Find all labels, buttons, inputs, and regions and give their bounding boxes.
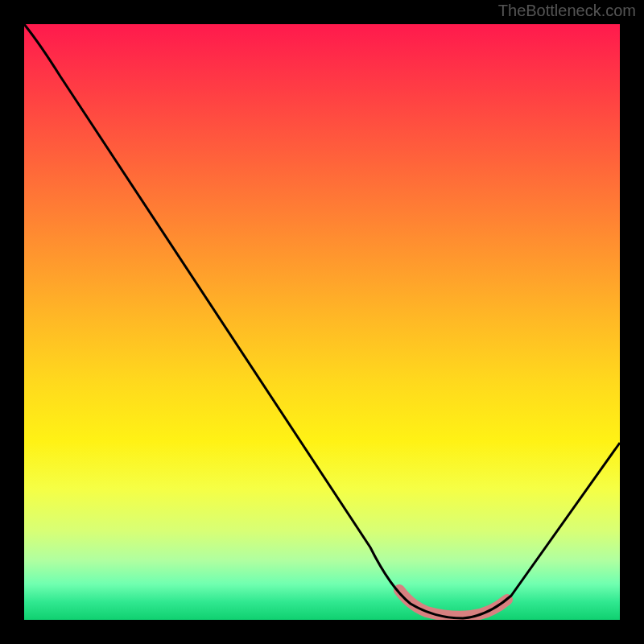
optimal-range-highlight bbox=[399, 590, 507, 617]
bottleneck-curve bbox=[24, 24, 620, 618]
chart-container: TheBottleneck.com bbox=[0, 0, 644, 644]
plot-area bbox=[24, 24, 620, 620]
curve-svg bbox=[24, 24, 620, 620]
watermark-text: TheBottleneck.com bbox=[498, 2, 636, 20]
